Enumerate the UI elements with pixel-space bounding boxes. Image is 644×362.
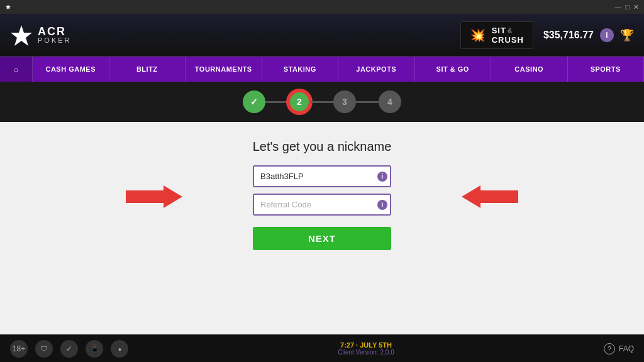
svg-marker-0 (11, 25, 32, 46)
balance-area: $35,716.77 i 🏆 (543, 28, 634, 42)
nav-jackpots[interactable]: JACKPOTS (338, 57, 415, 82)
sit-row: SIT & (492, 26, 513, 35)
amp-label: & (508, 27, 513, 34)
logo-acr: ACR (38, 26, 72, 37)
acr-logo-star (10, 24, 33, 47)
referral-info-icon: i (377, 200, 387, 210)
step-4-container: 4 (379, 90, 401, 113)
nav-casino-label: CASINO (514, 65, 543, 73)
step-4-label: 4 (387, 97, 392, 107)
explosion-icon: 💥 (470, 28, 486, 43)
step-2-circle: 2 (288, 90, 311, 113)
step-2-label: 2 (297, 97, 302, 107)
nav-staking[interactable]: STAKING (262, 57, 339, 82)
faq-button[interactable]: ? FAQ (604, 343, 634, 354)
nav-sports[interactable]: SPORTS (568, 57, 645, 82)
nickname-group: i (253, 165, 391, 187)
main-content: ✓ 2 3 4 Let's get you a nickname i (0, 82, 644, 334)
logo-poker: POKER (38, 37, 72, 44)
step-line-2 (311, 101, 333, 103)
referral-group: i (253, 194, 391, 216)
title-bar-controls[interactable]: — □ ✕ (614, 3, 639, 11)
nav-sit-go-label: SIT & GO (436, 65, 469, 73)
crush-label: CRUSH (492, 35, 524, 45)
nickname-input[interactable] (253, 165, 391, 187)
title-bar-left: ★ (5, 3, 11, 11)
balance-amount: $35,716.77 (543, 30, 594, 41)
nickname-info-icon: i (377, 172, 387, 182)
step-3-label: 3 (342, 97, 347, 107)
nav-staking-label: STAKING (284, 65, 316, 73)
share-icon[interactable]: ⬧ (111, 340, 128, 358)
header-center: 💥 SIT & CRUSH $35,716.77 i 🏆 (460, 21, 634, 49)
title-bar: ★ — □ ✕ (0, 0, 644, 14)
footer-version: Client Version: 2.0.0 (338, 349, 394, 356)
step-1-circle: ✓ (243, 90, 265, 113)
form-title: Let's get you a nickname (253, 140, 392, 154)
nav-jackpots-label: JACKPOTS (356, 65, 396, 73)
nav-tournaments[interactable]: TOURNAMENTS (186, 57, 262, 82)
minimize-button[interactable]: — (614, 3, 621, 11)
nav-sit-go[interactable]: SIT & GO (415, 57, 492, 82)
footer-time: 7:27 · JULY 5TH (340, 341, 392, 349)
age-restriction-icon: 18+ (10, 340, 28, 358)
nav-tournaments-label: TOURNAMENTS (195, 65, 252, 73)
mobile-icon[interactable]: 📱 (86, 340, 103, 358)
faq-icon: ? (604, 343, 615, 354)
step-1-container: ✓ (243, 90, 265, 113)
sit-label: SIT (492, 26, 506, 35)
steps-bar: ✓ 2 3 4 (0, 82, 644, 122)
nav-blitz[interactable]: BLITZ (109, 57, 186, 82)
step-line-1 (265, 101, 288, 103)
trophy-icon[interactable]: 🏆 (620, 28, 634, 42)
nav-home[interactable]: ⌂ (0, 57, 33, 82)
close-button[interactable]: ✕ (633, 3, 639, 11)
step-3-circle: 3 (333, 90, 356, 113)
nav-blitz-label: BLITZ (136, 65, 158, 73)
nav-bar: ⌂ CASH GAMES BLITZ TOURNAMENTS STAKING J… (0, 57, 644, 82)
faq-label: FAQ (619, 344, 634, 353)
sit-crush-text: SIT & CRUSH (492, 26, 524, 45)
nav-sports-label: SPORTS (591, 65, 621, 73)
form-area: Let's get you a nickname i i NEXT (0, 122, 644, 334)
maximize-button[interactable]: □ (625, 3, 630, 11)
footer: 18+ 🛡 ✓ 📱 ⬧ 7:27 · JULY 5TH Client Versi… (0, 334, 644, 362)
sit-crush-promo[interactable]: 💥 SIT & CRUSH (460, 21, 533, 49)
step-3-container: 3 (333, 90, 356, 113)
footer-left: 18+ 🛡 ✓ 📱 ⬧ (10, 340, 128, 358)
referral-input[interactable] (253, 194, 391, 216)
step-line-3 (356, 101, 379, 103)
responsible-gaming-icon: 🛡 (35, 340, 53, 358)
nav-cash-games-label: CASH GAMES (45, 65, 96, 73)
step-4-circle: 4 (379, 90, 401, 113)
next-button[interactable]: NEXT (253, 227, 391, 250)
balance-info-icon[interactable]: i (600, 28, 614, 42)
footer-center: 7:27 · JULY 5TH Client Version: 2.0.0 (338, 341, 394, 356)
step-2-container: 2 (288, 90, 311, 113)
nav-cash-games[interactable]: CASH GAMES (33, 57, 109, 82)
logo-area: ACR POKER (10, 24, 72, 47)
home-icon: ⌂ (14, 65, 18, 73)
certified-icon: ✓ (60, 340, 78, 358)
nav-casino[interactable]: CASINO (491, 57, 568, 82)
header: ACR POKER 💥 SIT & CRUSH $35,716.77 i 🏆 (0, 14, 644, 57)
app-icon: ★ (5, 3, 11, 11)
logo-text: ACR POKER (38, 26, 72, 44)
